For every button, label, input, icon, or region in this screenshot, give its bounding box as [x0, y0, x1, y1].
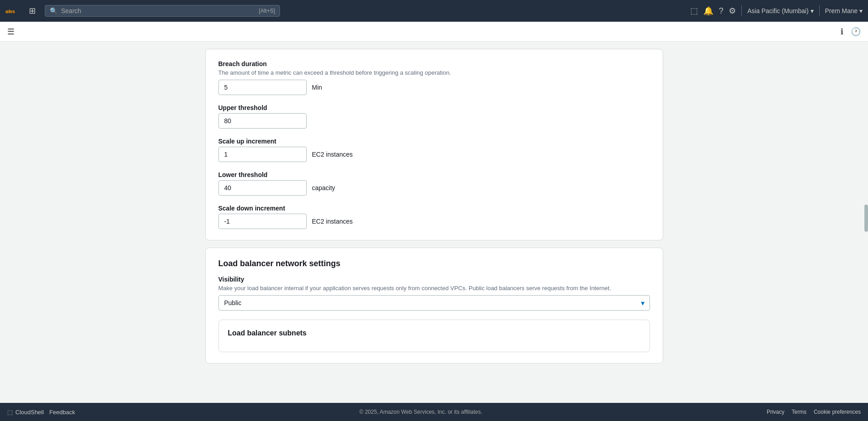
- scale-down-increment-field: Scale down increment EC2 instances: [218, 205, 650, 229]
- hamburger-menu[interactable]: ☰: [7, 27, 14, 37]
- services-grid-icon[interactable]: ⊞: [27, 4, 38, 18]
- lower-threshold-suffix: capacity: [312, 184, 335, 191]
- secondary-nav-right: ℹ 🕐: [840, 27, 861, 37]
- nav-right-section: ⬚ 🔔 ? ⚙ Asia Pacific (Mumbai) ▾ Prem Man…: [690, 5, 863, 16]
- footer: ⬚ CloudShell Feedback © 2025, Amazon Web…: [0, 403, 868, 421]
- cloudshell-icon: ⬚: [7, 409, 13, 416]
- region-selector[interactable]: Asia Pacific (Mumbai) ▾: [747, 7, 813, 14]
- scale-up-suffix: EC2 instances: [312, 151, 353, 158]
- search-shortcut: [Alt+S]: [259, 8, 275, 14]
- user-menu[interactable]: Prem Mane ▾: [825, 7, 863, 14]
- breach-duration-input-row: Min: [218, 80, 650, 95]
- settings-icon[interactable]: ⚙: [729, 6, 736, 16]
- visibility-select-wrapper: Public Internal ▾: [218, 295, 650, 311]
- info-circle-icon[interactable]: ℹ: [840, 27, 844, 37]
- notifications-icon[interactable]: 🔔: [703, 6, 713, 16]
- nav-divider-2: [819, 5, 820, 16]
- breach-duration-description: The amount of time a metric can exceed a…: [218, 69, 650, 76]
- privacy-link[interactable]: Privacy: [767, 409, 784, 415]
- search-bar[interactable]: 🔍 [Alt+S]: [45, 5, 280, 17]
- scaling-settings-card: Breach duration The amount of time a met…: [205, 49, 663, 240]
- aws-logo[interactable]: aws: [5, 6, 20, 15]
- feedback-button[interactable]: Feedback: [49, 409, 75, 416]
- lower-threshold-label: Lower threshold: [218, 171, 650, 178]
- lower-threshold-input-row: capacity: [218, 180, 650, 196]
- scale-up-increment-input[interactable]: [218, 147, 307, 162]
- breach-duration-suffix: Min: [312, 84, 323, 91]
- footer-left: ⬚ CloudShell Feedback: [7, 409, 75, 416]
- breach-duration-field: Breach duration The amount of time a met…: [218, 60, 650, 95]
- subnets-title: Load balancer subnets: [228, 329, 640, 337]
- visibility-description: Make your load balancer internal if your…: [218, 285, 650, 292]
- footer-copyright: © 2025, Amazon Web Services, Inc. or its…: [360, 409, 483, 415]
- scale-down-suffix: EC2 instances: [312, 218, 353, 225]
- scale-up-increment-label: Scale up increment: [218, 138, 650, 145]
- scale-down-increment-label: Scale down increment: [218, 205, 650, 212]
- scrollbar-track[interactable]: [864, 42, 868, 403]
- help-icon[interactable]: ?: [719, 6, 723, 16]
- content-area: Breach duration The amount of time a met…: [0, 0, 868, 421]
- load-balancer-card: Load balancer network settings Visibilit…: [205, 248, 663, 364]
- upper-threshold-input[interactable]: [218, 113, 307, 129]
- scale-down-input-row: EC2 instances: [218, 214, 650, 229]
- scrollbar-thumb[interactable]: [864, 205, 868, 232]
- cloudshell-icon[interactable]: ⬚: [690, 6, 698, 16]
- top-navigation: aws ⊞ 🔍 [Alt+S] ⬚ 🔔 ? ⚙ Asia Pacific (Mu…: [0, 0, 868, 22]
- scale-up-input-row: EC2 instances: [218, 147, 650, 162]
- upper-threshold-input-row: [218, 113, 650, 129]
- load-balancer-section-title: Load balancer network settings: [218, 259, 650, 268]
- visibility-select[interactable]: Public Internal: [218, 295, 650, 311]
- upper-threshold-label: Upper threshold: [218, 104, 650, 111]
- cookie-preferences-link[interactable]: Cookie preferences: [814, 409, 861, 415]
- breach-duration-input[interactable]: [218, 80, 307, 95]
- search-input[interactable]: [61, 7, 259, 14]
- secondary-navigation: ☰ ℹ 🕐: [0, 22, 868, 42]
- terms-link[interactable]: Terms: [792, 409, 806, 415]
- breach-duration-label: Breach duration: [218, 60, 650, 67]
- visibility-label: Visibility: [218, 276, 650, 283]
- inner-content: Breach duration The amount of time a met…: [194, 42, 674, 378]
- lower-threshold-field: Lower threshold capacity: [218, 171, 650, 196]
- nav-divider: [741, 5, 742, 16]
- load-balancer-subnets-card: Load balancer subnets: [218, 320, 650, 352]
- clock-icon[interactable]: 🕐: [851, 27, 861, 37]
- upper-threshold-field: Upper threshold: [218, 104, 650, 129]
- scale-up-increment-field: Scale up increment EC2 instances: [218, 138, 650, 162]
- visibility-field: Visibility Make your load balancer inter…: [218, 276, 650, 311]
- lower-threshold-input[interactable]: [218, 180, 307, 196]
- footer-right: Privacy Terms Cookie preferences: [767, 409, 861, 415]
- scale-down-increment-input[interactable]: [218, 214, 307, 229]
- svg-text:aws: aws: [5, 9, 15, 14]
- cloudshell-button[interactable]: ⬚ CloudShell: [7, 409, 44, 416]
